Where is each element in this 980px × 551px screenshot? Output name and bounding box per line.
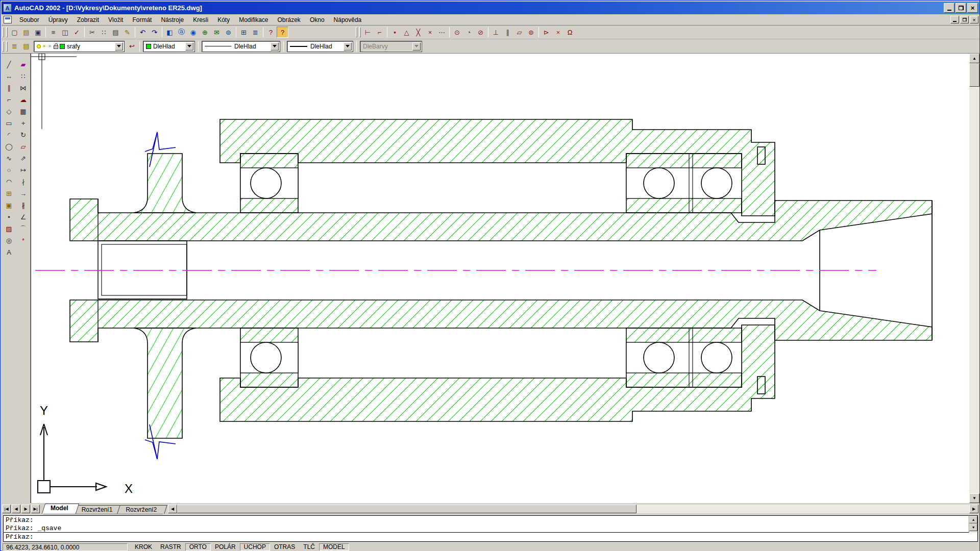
snap-quadrant-button[interactable]: ◔	[463, 27, 475, 38]
mirror-button[interactable]: ⋈	[17, 82, 30, 94]
menu-item[interactable]: Modifikace	[234, 15, 273, 25]
designcenter-button[interactable]: ⊞	[238, 27, 250, 38]
help-button[interactable]: ?	[265, 27, 277, 38]
lineweight-dropdown[interactable]: DleHlad	[287, 41, 353, 52]
toolbar-grip[interactable]	[6, 41, 8, 52]
menu-item[interactable]: Formát	[128, 15, 156, 25]
ellipse-button[interactable]: ○	[3, 164, 15, 176]
fillet-button[interactable]: ⌒	[17, 223, 30, 235]
app-icon[interactable]: A	[3, 4, 12, 12]
region-button[interactable]: ◎	[3, 235, 15, 246]
copy-button[interactable]: ∷	[98, 27, 110, 38]
snap-none-button[interactable]: ×	[552, 27, 564, 38]
polyline-button[interactable]: ⌐	[3, 94, 15, 106]
scroll-down-button[interactable]: ▼	[969, 493, 979, 503]
ellipse-arc-button[interactable]: ◠	[3, 176, 15, 188]
make-object-layer-current-button[interactable]: ≣	[9, 41, 20, 52]
child-minimize-button[interactable]	[950, 16, 959, 23]
menu-item[interactable]: Obrázek	[273, 15, 305, 25]
coordinate-readout[interactable]: 96.4223, 234.6610, 0.0000	[3, 543, 128, 551]
vertical-scrollbar[interactable]: ▲ ▼	[969, 54, 979, 503]
status-toggle[interactable]: MODEL	[319, 543, 349, 551]
layers-dialog-button[interactable]: ▤	[20, 41, 32, 52]
layer-lock-icon[interactable]	[54, 45, 58, 49]
snap-center-button[interactable]: ⊙	[451, 27, 463, 38]
status-toggle[interactable]: RASTR	[156, 543, 185, 551]
circle-button[interactable]: ◯	[3, 141, 15, 153]
drawing-file-icon[interactable]	[4, 16, 12, 23]
menu-item[interactable]: Okno	[305, 15, 329, 25]
linetype-dropdown[interactable]: DleHlad	[202, 41, 280, 52]
rotate-button[interactable]: ↻	[17, 129, 30, 141]
snap-extension-button[interactable]: ⋯	[436, 27, 448, 38]
extend-button[interactable]: →	[17, 188, 30, 199]
polygon-button[interactable]: ◇	[3, 106, 15, 117]
close-button[interactable]: ×	[967, 3, 978, 13]
point-button[interactable]: •	[3, 211, 15, 223]
insert-block-button[interactable]: ⊞	[3, 188, 15, 199]
offset-button[interactable]: ☁	[17, 94, 30, 106]
meet-now-button[interactable]: ◉	[187, 27, 199, 38]
toolbar-grip[interactable]	[3, 41, 4, 52]
make-block-button[interactable]: ▣	[3, 199, 15, 211]
child-close-button[interactable]: ×	[970, 16, 978, 23]
menu-item[interactable]: Soubor	[15, 15, 44, 25]
snap-intersection-button[interactable]: ╳	[412, 27, 424, 38]
erase-button[interactable]: ▰	[17, 59, 30, 70]
line-button[interactable]: ╱	[3, 59, 15, 70]
snap-from-button[interactable]: ⌐	[374, 27, 385, 38]
command-history[interactable]: Příkaz: Příkaz: _qsave	[4, 516, 977, 533]
status-toggle[interactable]: TLČ	[299, 543, 319, 551]
snap-perpendicular-button[interactable]: ⊥	[490, 27, 502, 38]
break-button[interactable]: ∦	[17, 199, 30, 211]
drawing-canvas[interactable]: Y X	[31, 54, 969, 503]
snap-tangent-button[interactable]: ⊘	[475, 27, 486, 38]
snap-node-button[interactable]: ⊚	[525, 27, 537, 38]
snap-nearest-button[interactable]: ⊳	[541, 27, 552, 38]
tab-previous-button[interactable]: ◀	[12, 505, 20, 513]
autodesk-point-a-button[interactable]: ⓐ	[176, 27, 187, 38]
command-scroll-down-button[interactable]: ▼	[969, 523, 977, 531]
snap-insert-button[interactable]: ▱	[513, 27, 525, 38]
vertical-scroll-thumb[interactable]	[969, 63, 979, 87]
hatch-button[interactable]: ▨	[3, 223, 15, 235]
menu-item[interactable]: Vložit	[104, 15, 128, 25]
menu-item[interactable]: Kóty	[213, 15, 234, 25]
active-assistance-button[interactable]: ?	[277, 27, 288, 38]
osnap-settings-button[interactable]: Ω	[564, 27, 576, 38]
toolbar-grip[interactable]	[6, 27, 8, 37]
child-restore-button[interactable]	[960, 16, 969, 23]
menu-item[interactable]: Kresli	[188, 15, 213, 25]
properties-window-button[interactable]: ≣	[250, 27, 261, 38]
move-button[interactable]: +	[17, 117, 30, 129]
status-toggle[interactable]: POLÁR	[211, 543, 240, 551]
layout-tab[interactable]: Rozvržení1	[75, 505, 122, 514]
match-properties-button[interactable]: ✎	[121, 27, 133, 38]
open-button[interactable]: ▤	[20, 27, 32, 38]
toolbar-grip[interactable]	[3, 27, 4, 37]
layer-dropdown[interactable]: ☀ ☀ srafy	[34, 41, 124, 52]
layer-previous-button[interactable]: ↩	[126, 41, 138, 52]
stretch-button[interactable]: ⇗	[17, 153, 30, 164]
paste-button[interactable]: ▤	[110, 27, 121, 38]
toolbar-grip[interactable]	[356, 27, 357, 37]
save-button[interactable]: ▣	[32, 27, 44, 38]
scroll-up-button[interactable]: ▲	[969, 54, 979, 63]
undo-button[interactable]: ↶	[137, 27, 149, 38]
status-toggle[interactable]: KROK	[131, 543, 156, 551]
horizontal-scroll-thumb[interactable]	[177, 505, 636, 513]
status-toggle[interactable]: UCHOP	[240, 543, 270, 551]
menu-item[interactable]: Nástroje	[156, 15, 188, 25]
toolbar-grip[interactable]	[359, 27, 361, 37]
construction-line-button[interactable]: ↔	[3, 70, 15, 82]
cut-button[interactable]: ✂	[86, 27, 98, 38]
command-prompt[interactable]: Příkaz:	[4, 533, 977, 541]
scroll-left-button[interactable]: ◀	[168, 505, 177, 513]
horizontal-scrollbar[interactable]: ◀ ▶	[168, 505, 978, 513]
copy-object-button[interactable]: ∷	[17, 70, 30, 82]
multiline-button[interactable]: ∥	[3, 82, 15, 94]
snap-midpoint-button[interactable]: △	[401, 27, 412, 38]
temporary-tracking-button[interactable]: ⊢	[362, 27, 374, 38]
array-button[interactable]: ▦	[17, 106, 30, 117]
layer-thaw-icon[interactable]: ☀	[42, 43, 46, 49]
